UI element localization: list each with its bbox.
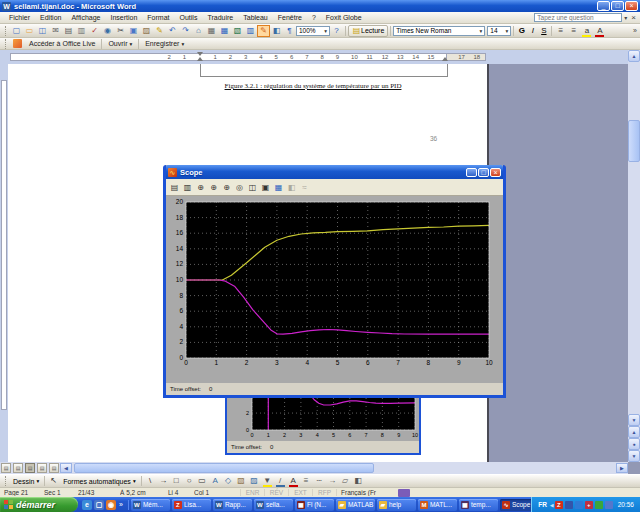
vertical-ruler[interactable] <box>0 64 8 462</box>
restore-button[interactable]: □ <box>611 1 624 11</box>
scope-window[interactable]: ∿ Scope _ □ × ▤▥⊕⊕⊕◎◫▣▦◧≈ 01234567891002… <box>163 165 506 398</box>
start-button[interactable]: démarrer <box>0 497 78 512</box>
zoom-combo[interactable]: 100% ▾ <box>296 26 330 36</box>
tray-network-icon[interactable] <box>575 501 583 509</box>
right-indent-marker[interactable] <box>442 57 448 61</box>
menu-fen-tre[interactable]: Fenêtre <box>273 13 307 22</box>
shadow-style-icon[interactable]: ▱ <box>339 475 352 487</box>
task-folder-matlab[interactable]: ▰MATLAB <box>336 499 375 511</box>
scope-window-background[interactable]: 012345678910024 Time offset: 0 <box>225 392 421 455</box>
toolbar-grip[interactable] <box>5 26 8 36</box>
task-word-sellami[interactable]: Wsella... <box>254 499 293 511</box>
font-color-icon[interactable]: A <box>593 25 606 37</box>
show-desktop-icon[interactable]: ▢ <box>94 500 104 510</box>
wordart-icon[interactable]: A <box>209 475 222 487</box>
vertical-scrollbar[interactable]: ▲ ▼ ▲ ● ▼ <box>628 50 640 462</box>
autoscale-icon[interactable]: ◎ <box>233 181 246 194</box>
menu-item[interactable]: ? <box>307 13 321 22</box>
task-simulink-model[interactable]: ▦temp... <box>459 499 498 511</box>
first-line-indent-marker[interactable] <box>197 52 203 56</box>
dash-style-icon[interactable]: ┄ <box>313 475 326 487</box>
read-mode-button[interactable]: ▤ Lecture <box>348 25 388 37</box>
view-reading-button[interactable]: ▤ <box>49 463 59 473</box>
paste-icon[interactable]: ▨ <box>140 25 153 37</box>
office-live-access-button[interactable]: Accéder à Office Live <box>25 40 99 47</box>
line-icon[interactable]: \ <box>144 475 157 487</box>
print-icon[interactable]: ▤ <box>62 25 75 37</box>
copy-icon[interactable]: ▣ <box>127 25 140 37</box>
language-indicator[interactable]: FR <box>535 501 550 508</box>
zoom-y-axis-icon[interactable]: ⊕ <box>220 181 233 194</box>
tray-antivirus-icon[interactable]: + <box>585 501 593 509</box>
office-live-open-button[interactable]: Ouvrir ▾ <box>104 40 136 47</box>
minimize-button[interactable]: _ <box>597 1 610 11</box>
new-document-icon[interactable]: ▢ <box>10 25 23 37</box>
undo-icon[interactable]: ↶ <box>166 25 179 37</box>
view-web-button[interactable]: ▤ <box>13 463 23 473</box>
task-word-memoire[interactable]: WMém... <box>131 499 170 511</box>
insert-table-icon[interactable]: ▦ <box>218 25 231 37</box>
question-dropdown-icon[interactable]: ▾ <box>622 14 629 21</box>
close-button[interactable]: × <box>625 1 638 11</box>
clock[interactable]: 20:56 <box>614 501 637 508</box>
save-icon[interactable]: ◫ <box>36 25 49 37</box>
diagram-icon[interactable]: ◇ <box>222 475 235 487</box>
figure-caption[interactable]: Figure 3.2.1 : régulation du système de … <box>170 82 456 90</box>
open-folder-icon[interactable]: ▭ <box>23 25 36 37</box>
menu-outils[interactable]: Outils <box>175 13 203 22</box>
scroll-up-icon[interactable]: ▲ <box>628 50 640 62</box>
zoom-icon[interactable]: ⊕ <box>194 181 207 194</box>
horizontal-scrollbar[interactable]: ▤▤▤▤▤ ◀ ▶ <box>0 462 628 474</box>
bullets-icon[interactable]: ≡ <box>567 25 580 37</box>
hyperlink-icon[interactable]: ⌂ <box>192 25 205 37</box>
horizontal-ruler[interactable]: 211234567891011121314151718 <box>0 50 628 64</box>
draw-menu-button[interactable]: Dessin ▾ <box>10 476 42 487</box>
fill-color-icon[interactable]: ▼ <box>261 475 274 487</box>
insert-excel-icon[interactable]: ▧ <box>231 25 244 37</box>
clipart-icon[interactable]: ▧ <box>235 475 248 487</box>
scroll-left-icon[interactable]: ◀ <box>60 463 72 473</box>
highlight-icon[interactable]: a <box>580 25 593 37</box>
task-figure[interactable]: ▦Fl (N... <box>295 499 334 511</box>
task-folder-help[interactable]: ▰help <box>377 499 416 511</box>
lock-axes-icon[interactable]: ◧ <box>285 181 298 194</box>
task-antivirus[interactable]: ZLisa... <box>172 499 211 511</box>
numbering-icon[interactable]: ≡ <box>554 25 567 37</box>
signal-selection-icon[interactable]: ≈ <box>298 181 311 194</box>
status-indicator-r-v[interactable]: RÉV <box>264 489 288 496</box>
menu-tableau[interactable]: Tableau <box>238 13 273 22</box>
view-normal-button[interactable]: ▤ <box>1 463 11 473</box>
menu-affichage[interactable]: Affichage <box>66 13 105 22</box>
spelling-icon[interactable]: ✓ <box>88 25 101 37</box>
menu-fichier[interactable]: Fichier <box>4 13 35 22</box>
line-color-icon[interactable]: / <box>274 475 287 487</box>
view-print-layout-button[interactable]: ▤ <box>25 463 35 473</box>
drawing-icon[interactable]: ✎ <box>257 25 270 37</box>
view-outline-button[interactable]: ▤ <box>37 463 47 473</box>
tray-app2-icon[interactable] <box>565 501 573 509</box>
font-size-combo[interactable]: 14 ▾ <box>487 26 511 36</box>
scroll-right-icon[interactable]: ▶ <box>616 463 628 473</box>
vertical-scroll-thumb[interactable] <box>628 120 640 162</box>
status-indicator-enr[interactable]: ENR <box>240 489 264 496</box>
autoshapes-button[interactable]: Formes automatiques ▾ <box>60 476 138 487</box>
print-icon[interactable]: ▤ <box>168 181 181 194</box>
task-scope[interactable]: ∿Scope <box>500 499 531 511</box>
scope-restore-button[interactable]: □ <box>478 168 489 177</box>
email-icon[interactable]: ✉ <box>49 25 62 37</box>
quick-launch-more-icon[interactable]: » <box>117 501 125 508</box>
format-painter-icon[interactable]: ✎ <box>153 25 166 37</box>
status-indicator-rfp[interactable]: RFP <box>312 489 336 496</box>
redo-icon[interactable]: ↷ <box>179 25 192 37</box>
font-color-icon[interactable]: A <box>287 475 300 487</box>
tray-update-icon[interactable] <box>595 501 603 509</box>
toolbar-options-icon[interactable]: » <box>630 27 640 34</box>
left-indent-marker[interactable] <box>197 57 203 61</box>
browse-next-icon[interactable]: ▼ <box>628 450 640 462</box>
cut-icon[interactable]: ✂ <box>114 25 127 37</box>
menu-foxit-globe[interactable]: Foxit Globe <box>321 13 367 22</box>
menu-edition[interactable]: Edition <box>35 13 66 22</box>
menu-format[interactable]: Format <box>142 13 174 22</box>
select-objects-icon[interactable]: ↖ <box>47 475 60 487</box>
rectangle-icon[interactable]: □ <box>170 475 183 487</box>
